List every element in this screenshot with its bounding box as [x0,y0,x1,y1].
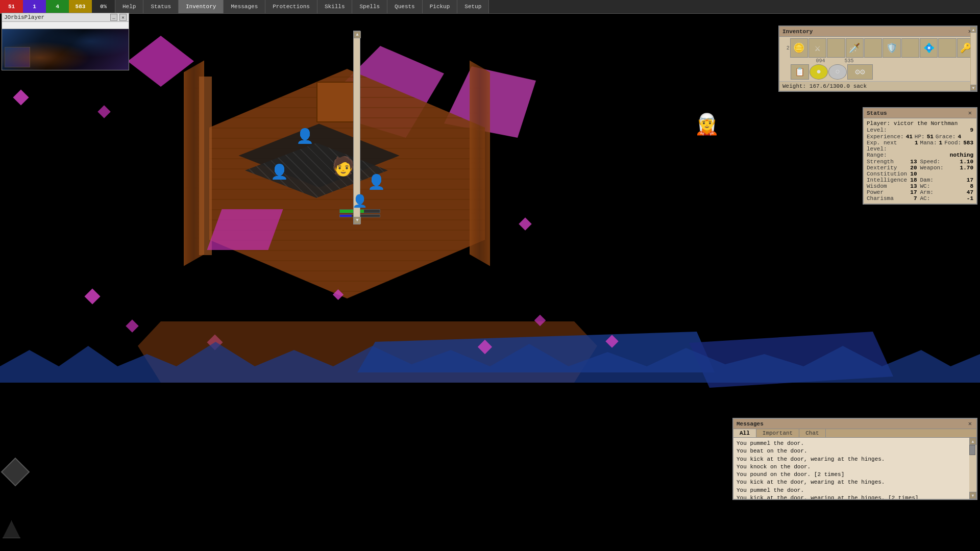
inventory-weight-text: Weight: 167.6/1300.0 [782,83,850,89]
status-explevel-row: Exp. next level: 1 Mana: 1 Food: 583 [867,140,973,152]
quests-btn[interactable]: Quests [387,0,423,13]
pickup-btn[interactable]: Pickup [423,0,458,13]
furniture-box [316,82,357,122]
minimap-minimize-btn[interactable]: _ [110,14,117,21]
status-stats-grid: Strength 13 Speed: 1.10 Dexterity 20 Wea… [867,159,973,202]
status-weapon-value: 1.70 [960,165,973,171]
messages-btn[interactable]: Messages [224,0,265,13]
status-grace-value: 4 [958,134,961,140]
status-cha-value: 7 [914,195,917,202]
status-title-bar: Status ✕ [864,108,976,118]
messages-close-btn[interactable]: ✕ [967,420,973,428]
status-content-area: Player: victor the Northman Level: 9 Exp… [864,118,976,204]
inv-slot-1-3[interactable] [827,38,845,58]
npc-1: 👤 [296,128,314,145]
help-btn[interactable]: Help [115,0,143,13]
inv-slot-1-1[interactable]: 🪙 [790,38,808,58]
status-close-btn[interactable]: ✕ [967,109,973,117]
inv-slot-2-4[interactable]: ⚙️⚙️ [847,64,873,80]
status-con-value: 10 [910,171,917,177]
status-con-row: Constitution 10 [867,171,920,177]
vscroll-up[interactable]: ▲ [354,31,361,38]
status-wc-value: 8 [970,183,973,189]
status-ac-label: AC: [920,195,930,202]
msg-line-7: You kick at the door, wearing at the hin… [737,494,966,499]
inv-slot-1-2[interactable]: ⚔️ [808,38,826,58]
status-grace-label: Grace: [936,134,956,140]
inv-row-label-1: 2 [781,45,790,51]
status-range-value: nothing [950,152,973,158]
status-pow-row: Power 17 [867,189,920,195]
status-hp-label: HP: [915,134,925,140]
status-explevel-value: 1 [915,140,918,146]
msg-line-3: You knock on the door. [737,463,966,470]
msg-scroll-thumb [969,445,975,455]
inv-scroll-track [971,33,976,85]
inv-row-1: 2 🪙 ⚔️ 🗡️ 🛡️ 💠 🔑 [781,38,975,58]
msg-scroll-up[interactable]: ▲ [969,438,976,445]
status-con-empty [920,171,974,177]
status-food-value: 583 [963,140,973,146]
status-con-label: Constitution [867,171,907,177]
status-dex-value: 20 [910,165,917,171]
status-weapon-row: Weapon: 1.70 [920,165,974,171]
minimap-title-bar: JOrbisPlayer _ ✕ [2,13,129,22]
status-cha-label: Charisma [867,195,894,202]
minimap-close-btn[interactable]: ✕ [119,14,127,21]
inv-slot-2-1[interactable]: 📋 [791,64,809,80]
protections-btn[interactable]: Protections [265,0,317,13]
npc-3: 👤 [368,173,385,191]
inv-slot-1-6[interactable]: 🛡️ [883,38,900,58]
inventory-btn[interactable]: Inventory [179,0,224,13]
status-title-text: Status [867,110,887,116]
skills-btn[interactable]: Skills [317,0,353,13]
vscroll-down[interactable]: ▼ [354,217,361,224]
messages-scrollbar: ▲ ▼ [969,438,976,499]
minimap-map-area [2,29,129,70]
inv-slot-1-4[interactable]: 🗡️ [846,38,864,58]
percent-stat: 0% [92,0,115,13]
setup-btn[interactable]: Setup [457,0,489,13]
messages-tab-chat[interactable]: Chat [799,429,825,437]
inv-scroll-up[interactable]: ▲ [970,27,976,33]
status-cha-row: Charisma 7 [867,195,920,202]
inv-scroll-down[interactable]: ▼ [970,85,976,91]
black-diamond-1 [1,458,30,487]
status-int-value: 18 [910,177,917,183]
hp-stat: 51 [0,0,23,13]
status-speed-row: Speed: 1.10 [920,159,974,165]
messages-tab-important[interactable]: Important [756,429,799,437]
status-panel: Status ✕ Player: victor the Northman Lev… [863,107,977,205]
status-str-value: 13 [910,159,917,165]
inv-slot-1-9[interactable] [938,38,956,58]
pink-dia-5 [126,319,138,332]
inv-slot-2-3[interactable]: ○ [828,64,847,80]
messages-text-area[interactable]: You pummel the door. You beat on the doo… [733,438,969,499]
status-dam-value: 17 [967,177,973,183]
status-str-label: Strength [867,159,894,165]
pink-dia-r1 [519,217,531,230]
status-explevel-label: Exp. next level: [867,140,913,152]
msg-scroll-down[interactable]: ▼ [969,492,976,499]
status-int-label: Intelligence [867,177,907,183]
minimap-map-content [2,29,129,70]
messages-tab-all[interactable]: All [733,429,756,437]
inv-slot-1-8[interactable]: 💠 [920,38,938,58]
inv-slot-1-5[interactable] [864,38,882,58]
inv-slot-2-2[interactable]: ● [810,64,828,80]
pink-dia-2 [13,89,29,105]
status-wis-value: 13 [910,183,917,189]
char-mana-bar-fill [340,215,352,217]
inv-slot-1-7[interactable] [901,38,919,58]
minimap-title-text: JOrbisPlayer [4,14,44,20]
npc-right: 🧝 [694,112,720,137]
wall-detail-l [199,77,212,255]
status-arm-row: Arm: 47 [920,189,974,195]
status-btn[interactable]: Status [143,0,179,13]
npc-4: 👤 [352,194,368,209]
status-level-value: 9 [970,127,973,133]
spells-btn[interactable]: Spells [352,0,387,13]
status-hp-value: 51 [927,134,934,140]
inventory-weight-bar: Weight: 167.6/1300.0 sack [779,81,976,91]
status-dam-row: Dam: 17 [920,177,974,183]
